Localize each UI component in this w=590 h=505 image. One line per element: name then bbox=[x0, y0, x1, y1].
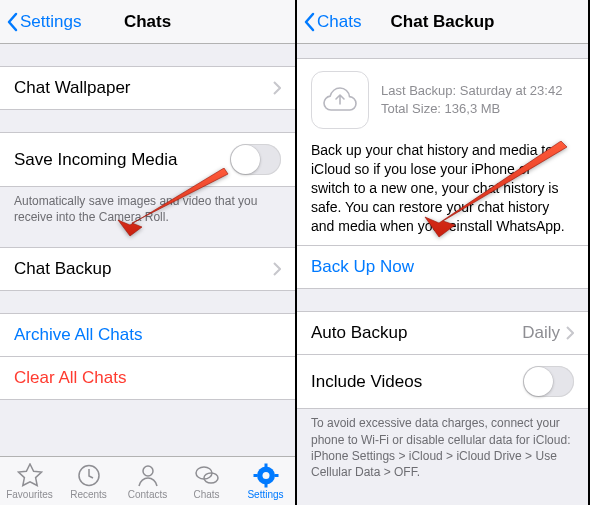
svg-rect-8 bbox=[253, 474, 257, 477]
chevron-left-icon bbox=[303, 12, 315, 32]
toggle-knob bbox=[524, 367, 553, 396]
save-media-note: Automatically save images and video that… bbox=[0, 187, 295, 225]
gear-icon bbox=[253, 463, 279, 488]
cell-label: Auto Backup bbox=[311, 323, 522, 343]
backup-info-card: Last Backup: Saturday at 23:42 Total Siz… bbox=[297, 58, 588, 246]
tab-label: Settings bbox=[247, 489, 283, 500]
last-backup-text: Last Backup: Saturday at 23:42 bbox=[381, 82, 562, 100]
cell-label: Clear All Chats bbox=[14, 368, 281, 388]
clear-all-chats-cell[interactable]: Clear All Chats bbox=[0, 357, 295, 400]
chevron-left-icon bbox=[6, 12, 18, 32]
chats-icon bbox=[194, 463, 220, 488]
backup-description: Back up your chat history and media to i… bbox=[311, 141, 574, 235]
navbar: Chats Chat Backup bbox=[297, 0, 588, 44]
back-button[interactable]: Settings bbox=[0, 12, 81, 32]
chevron-right-icon bbox=[566, 326, 574, 340]
svg-rect-6 bbox=[264, 463, 267, 467]
tab-settings[interactable]: Settings bbox=[236, 457, 295, 505]
archive-all-chats-cell[interactable]: Archive All Chats bbox=[0, 313, 295, 357]
chats-settings-screen: Settings Chats Chat Wallpaper Save Incom… bbox=[0, 0, 295, 505]
tab-label: Recents bbox=[70, 489, 107, 500]
back-label: Chats bbox=[317, 12, 361, 32]
cell-label: Archive All Chats bbox=[14, 325, 281, 345]
include-videos-cell[interactable]: Include Videos bbox=[297, 355, 588, 409]
svg-point-1 bbox=[143, 466, 153, 476]
save-incoming-media-cell[interactable]: Save Incoming Media bbox=[0, 132, 295, 187]
svg-point-5 bbox=[262, 472, 269, 479]
tab-contacts[interactable]: Contacts bbox=[118, 457, 177, 505]
svg-rect-7 bbox=[264, 483, 267, 487]
tab-chats[interactable]: Chats bbox=[177, 457, 236, 505]
back-button[interactable]: Chats bbox=[297, 12, 361, 32]
tabbar: Favourites Recents Contacts Chats Settin… bbox=[0, 456, 295, 505]
tab-label: Contacts bbox=[128, 489, 167, 500]
cloud-icon bbox=[311, 71, 369, 129]
tab-recents[interactable]: Recents bbox=[59, 457, 118, 505]
contact-icon bbox=[135, 463, 161, 488]
toggle-knob bbox=[231, 145, 260, 174]
include-videos-toggle[interactable] bbox=[523, 366, 574, 397]
clock-icon bbox=[76, 463, 102, 488]
cell-label: Chat Wallpaper bbox=[14, 78, 273, 98]
tab-label: Favourites bbox=[6, 489, 53, 500]
back-label: Settings bbox=[20, 12, 81, 32]
cell-label: Back Up Now bbox=[311, 257, 574, 277]
auto-backup-value: Daily bbox=[522, 323, 560, 343]
tab-label: Chats bbox=[193, 489, 219, 500]
star-icon bbox=[17, 463, 43, 488]
total-size-text: Total Size: 136,3 MB bbox=[381, 100, 562, 118]
cell-label: Save Incoming Media bbox=[14, 150, 230, 170]
tab-favourites[interactable]: Favourites bbox=[0, 457, 59, 505]
save-media-toggle[interactable] bbox=[230, 144, 281, 175]
auto-backup-cell[interactable]: Auto Backup Daily bbox=[297, 311, 588, 355]
cell-label: Chat Backup bbox=[14, 259, 273, 279]
svg-rect-9 bbox=[274, 474, 278, 477]
navbar: Settings Chats bbox=[0, 0, 295, 44]
back-up-now-cell[interactable]: Back Up Now bbox=[297, 246, 588, 289]
chevron-right-icon bbox=[273, 262, 281, 276]
backup-info-group: Last Backup: Saturday at 23:42 Total Siz… bbox=[297, 58, 588, 289]
chat-backup-cell[interactable]: Chat Backup bbox=[0, 247, 295, 291]
chat-backup-screen: Chats Chat Backup Last Backup: Saturday … bbox=[295, 0, 588, 505]
chat-wallpaper-cell[interactable]: Chat Wallpaper bbox=[0, 66, 295, 110]
cellular-data-note: To avoid excessive data charges, connect… bbox=[297, 409, 588, 480]
cell-label: Include Videos bbox=[311, 372, 523, 392]
backup-meta: Last Backup: Saturday at 23:42 Total Siz… bbox=[381, 82, 562, 117]
chevron-right-icon bbox=[273, 81, 281, 95]
